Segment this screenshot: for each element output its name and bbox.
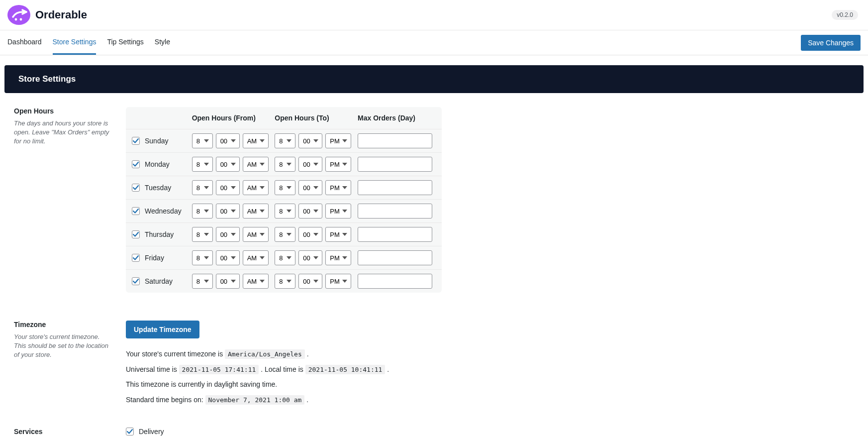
service-checkbox[interactable] [126, 428, 134, 436]
hours-row: Monday800AM800PM [126, 152, 442, 176]
tz-line2-period: . [387, 365, 389, 373]
tz-line2-mid: . Local time is [261, 365, 305, 373]
hours-row: Friday800AM800PM [126, 246, 442, 269]
col-to-header: Open Hours (To) [275, 114, 358, 122]
to-min-select[interactable]: 00 [298, 180, 322, 195]
to-hour-select[interactable]: 8 [275, 204, 295, 219]
day-checkbox[interactable] [132, 137, 140, 145]
col-from-header: Open Hours (From) [192, 114, 275, 122]
to-ampm-select[interactable]: PM [325, 133, 351, 148]
from-hour-select[interactable]: 8 [192, 274, 213, 289]
tz-line1-prefix: Your store's current timezone is [126, 350, 225, 358]
hours-row: Tuesday800AM800PM [126, 176, 442, 199]
from-ampm-select[interactable]: AM [243, 157, 269, 172]
from-ampm-select[interactable]: AM [243, 250, 269, 265]
max-orders-input[interactable] [358, 250, 432, 265]
update-timezone-button[interactable]: Update Timezone [126, 321, 199, 338]
from-ampm-select[interactable]: AM [243, 274, 269, 289]
from-min-select[interactable]: 00 [216, 274, 240, 289]
to-hour-select[interactable]: 8 [275, 133, 295, 148]
from-hour-select[interactable]: 8 [192, 227, 213, 242]
open-hours-help: The days and hours your store is open. L… [14, 119, 111, 146]
max-orders-input[interactable] [358, 133, 432, 148]
max-orders-input[interactable] [358, 157, 432, 172]
page-title: Store Settings [18, 74, 850, 84]
svg-point-1 [15, 18, 17, 21]
day-label: Sunday [145, 137, 168, 145]
timezone-info: Your store's current timezone is America… [126, 347, 854, 407]
tz-std-period: . [306, 396, 308, 404]
max-orders-input[interactable] [358, 180, 432, 195]
max-orders-input[interactable] [358, 204, 432, 219]
open-hours-table: Open Hours (From) Open Hours (To) Max Or… [126, 107, 442, 293]
to-min-select[interactable]: 00 [298, 133, 322, 148]
to-min-select[interactable]: 00 [298, 204, 322, 219]
tab-style[interactable]: Style [155, 30, 170, 55]
day-label: Thursday [145, 230, 174, 238]
to-hour-select[interactable]: 8 [275, 227, 295, 242]
brand: Orderable [7, 5, 87, 25]
service-label: Delivery [139, 428, 164, 436]
day-label: Wednesday [145, 207, 182, 215]
from-hour-select[interactable]: 8 [192, 180, 213, 195]
day-checkbox[interactable] [132, 160, 140, 168]
from-hour-select[interactable]: 8 [192, 250, 213, 265]
day-checkbox[interactable] [132, 184, 140, 192]
to-hour-select[interactable]: 8 [275, 180, 295, 195]
timezone-section: Timezone Your store's current timezone. … [0, 307, 868, 423]
hours-row: Wednesday800AM800PM [126, 199, 442, 222]
from-min-select[interactable]: 00 [216, 133, 240, 148]
to-ampm-select[interactable]: PM [325, 204, 351, 219]
to-min-select[interactable]: 00 [298, 250, 322, 265]
to-min-select[interactable]: 00 [298, 274, 322, 289]
to-ampm-select[interactable]: PM [325, 227, 351, 242]
from-ampm-select[interactable]: AM [243, 180, 269, 195]
save-changes-button[interactable]: Save Changes [801, 35, 861, 51]
from-min-select[interactable]: 00 [216, 180, 240, 195]
to-ampm-select[interactable]: PM [325, 274, 351, 289]
from-ampm-select[interactable]: AM [243, 227, 269, 242]
to-hour-select[interactable]: 8 [275, 250, 295, 265]
tz-line2-prefix: Universal time is [126, 365, 179, 373]
timezone-help: Your store's current timezone. This shou… [14, 332, 111, 360]
to-ampm-select[interactable]: PM [325, 250, 351, 265]
svg-point-0 [7, 5, 30, 25]
tabs: DashboardStore SettingsTip SettingsStyle [7, 30, 170, 55]
tz-std-time: November 7, 2021 1:00 am [205, 395, 305, 405]
from-min-select[interactable]: 00 [216, 227, 240, 242]
day-checkbox[interactable] [132, 207, 140, 215]
to-min-select[interactable]: 00 [298, 157, 322, 172]
day-label: Friday [145, 254, 164, 262]
to-ampm-select[interactable]: PM [325, 180, 351, 195]
to-hour-select[interactable]: 8 [275, 274, 295, 289]
max-orders-input[interactable] [358, 274, 432, 289]
tz-utc: 2021-11-05 17:41:11 [179, 365, 259, 374]
to-ampm-select[interactable]: PM [325, 157, 351, 172]
open-hours-section: Open Hours The days and hours your store… [0, 93, 868, 307]
max-orders-input[interactable] [358, 227, 432, 242]
from-ampm-select[interactable]: AM [243, 133, 269, 148]
tz-value: America/Los_Angeles [225, 349, 305, 359]
from-ampm-select[interactable]: AM [243, 204, 269, 219]
service-option[interactable]: Delivery [126, 428, 854, 436]
from-hour-select[interactable]: 8 [192, 204, 213, 219]
app-header: Orderable v0.2.0 [0, 0, 868, 30]
from-min-select[interactable]: 00 [216, 204, 240, 219]
to-hour-select[interactable]: 8 [275, 157, 295, 172]
from-min-select[interactable]: 00 [216, 250, 240, 265]
day-checkbox[interactable] [132, 277, 140, 285]
svg-point-2 [20, 18, 22, 21]
services-section: Services Which services do you offer? Pl… [0, 423, 868, 438]
tab-bar: DashboardStore SettingsTip SettingsStyle… [0, 30, 868, 55]
tab-dashboard[interactable]: Dashboard [7, 30, 42, 55]
tab-tip-settings[interactable]: Tip Settings [107, 30, 143, 55]
day-checkbox[interactable] [132, 230, 140, 238]
tab-store-settings[interactable]: Store Settings [53, 30, 96, 55]
tz-std-prefix: Standard time begins on: [126, 396, 205, 404]
from-hour-select[interactable]: 8 [192, 133, 213, 148]
from-min-select[interactable]: 00 [216, 157, 240, 172]
version-badge: v0.2.0 [832, 10, 858, 20]
from-hour-select[interactable]: 8 [192, 157, 213, 172]
day-checkbox[interactable] [132, 254, 140, 262]
to-min-select[interactable]: 00 [298, 227, 322, 242]
